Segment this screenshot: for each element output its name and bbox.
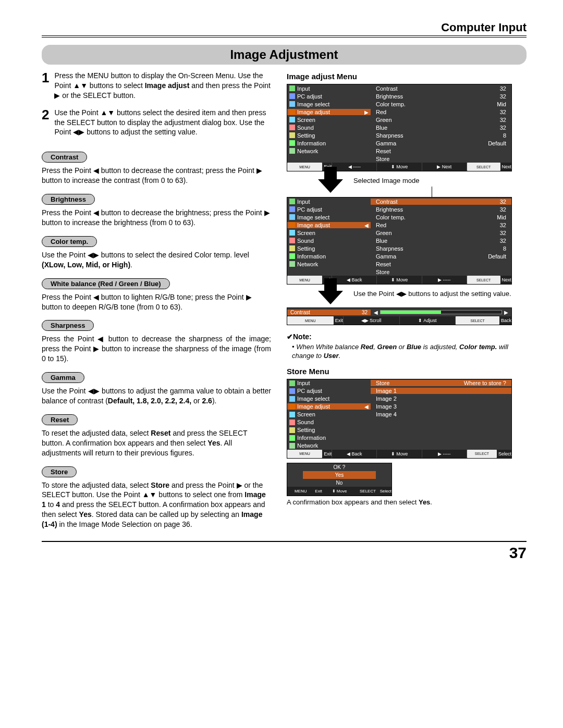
osd-row: Screen Green32 xyxy=(287,229,511,237)
osd-left-label: Sound xyxy=(297,419,314,425)
triangle-left-icon: ◀ xyxy=(364,404,369,410)
osd-right-item: Contrast32 xyxy=(371,199,511,205)
menu-icon xyxy=(289,396,295,402)
osd-row: Input Contrast32 xyxy=(287,84,511,92)
triangle-right-icon: ▶ xyxy=(504,310,508,315)
text-bold: User xyxy=(324,352,339,360)
menu-icon xyxy=(289,148,295,154)
osd-footer: MENU Exit◀ -----⬍ Move▶ NextSELECT Next xyxy=(287,163,511,171)
osd-right-item: Sharpness8 xyxy=(371,245,511,252)
pill-gamma: Gamma xyxy=(42,372,84,383)
osd-menu-store: Input StoreWhere to store ? PC adjust Im… xyxy=(287,379,512,459)
osd-right-item: Blue32 xyxy=(371,125,511,131)
osd-row: Store xyxy=(287,155,511,163)
slider-row: Contrast 32 ◀ ▶ xyxy=(287,308,511,316)
osd-left-item: Screen xyxy=(287,230,371,236)
arrow-down-icon xyxy=(318,291,343,304)
footer-item: ⬍ Move xyxy=(376,163,421,171)
menu-icon xyxy=(289,85,295,91)
osd-menu-1: Input Contrast32 PC adjust Brightness32 … xyxy=(287,84,512,171)
osd-right-item: Red32 xyxy=(371,109,511,115)
footer-item: MENU Exit xyxy=(287,316,343,325)
osd-left-label: Image select xyxy=(297,396,329,402)
osd-row: Setting Sharpness8 xyxy=(287,244,511,252)
osd-footer: MENU Exit◀ Back⬍ Move▶ -----SELECT Selec… xyxy=(287,450,511,458)
footer-item: MENU Exit xyxy=(287,487,322,496)
footer-item: SELECT Back xyxy=(455,316,511,325)
text: . xyxy=(130,261,132,269)
osd-row: Screen Green32 xyxy=(287,116,511,124)
osd-left-item: Image select xyxy=(287,101,371,107)
para-colortemp: Use the Point ◀▶ buttons to select the d… xyxy=(42,250,271,270)
step-1: 1 Press the MENU button to display the O… xyxy=(42,71,271,101)
osd-left-item: Information xyxy=(287,140,371,146)
footer-item: MENU Exit xyxy=(287,450,332,458)
osd-left-item: Network xyxy=(287,261,371,267)
text-bold: Yes xyxy=(419,498,430,506)
text: To store the adjusted data, select xyxy=(42,481,151,489)
text: A confirmation box appears and then sele… xyxy=(287,498,419,506)
osd-row: PC adjust Brightness32 xyxy=(287,92,511,100)
text-bold: Yes xyxy=(79,510,92,519)
text: To reset the adjusted data, select xyxy=(42,429,151,437)
footer-item: ⬍ Move xyxy=(322,487,357,496)
ok-footer: MENU Exit⬍ MoveSELECT Select xyxy=(287,487,391,496)
menu-icon xyxy=(289,230,295,236)
triangle-right-icon: ▶ xyxy=(364,109,369,115)
pill-reset: Reset xyxy=(42,414,78,425)
text-bold: Image adjust xyxy=(145,81,190,90)
osd-left-label: Image select xyxy=(297,101,329,107)
menu-icon xyxy=(289,245,295,251)
osd-left-item: PC adjust xyxy=(287,206,371,213)
pill-colortemp: Color temp. xyxy=(42,236,97,247)
osd-row: Image adjust ◀ Red32 xyxy=(287,221,511,229)
osd-right-item: Red32 xyxy=(371,222,511,228)
osd-left-label: Setting xyxy=(297,245,315,252)
section-title: Image Adjustment xyxy=(42,45,527,65)
pill-store: Store xyxy=(42,466,77,477)
text: or xyxy=(397,343,407,351)
menu-icon xyxy=(289,443,295,449)
osd-left-label: Screen xyxy=(297,117,315,123)
osd-left-label: Input xyxy=(297,380,310,386)
osd-row: PC adjust Image 1 xyxy=(287,387,511,395)
osd-right-item: Brightness32 xyxy=(371,93,511,100)
osd-left-item: PC adjust xyxy=(287,388,371,394)
osd-right-item: Store xyxy=(371,269,511,275)
confirm-caption: A confirmation box appears and then sele… xyxy=(287,498,527,506)
osd-right-item: Color temp.Mid xyxy=(371,214,511,220)
footer-item: ⬍ Move xyxy=(376,276,421,284)
osd-left-item: Information xyxy=(287,253,371,260)
osd-row: Image adjust ◀ Image 3 xyxy=(287,403,511,411)
para-brightness: Press the Point ◀ button to decrease the… xyxy=(42,208,271,228)
menu-icon xyxy=(289,435,295,441)
text: Contrast xyxy=(290,310,310,315)
para-contrast: Press the Point ◀ button to decrease the… xyxy=(42,166,271,186)
step-number: 2 xyxy=(42,108,49,138)
footer-item: SELECT Next xyxy=(467,163,511,171)
para-store: To store the adjusted data, select Store… xyxy=(42,480,271,529)
text: or xyxy=(191,397,202,405)
slider-bar xyxy=(380,310,502,314)
text: . Stored data can be called up by select… xyxy=(92,510,241,519)
osd-left-item: Screen xyxy=(287,117,371,123)
osd-left-label: Sound xyxy=(297,238,314,244)
text: Use the Point ◀▶ buttons to select the d… xyxy=(42,251,249,259)
osd-left-label: PC adjust xyxy=(297,93,322,100)
osd-right-item: Brightness32 xyxy=(371,206,511,213)
osd-row: Input StoreWhere to store ? xyxy=(287,379,511,387)
footer-item: SELECT Select xyxy=(467,450,511,458)
footer-item: ▶ ----- xyxy=(422,276,467,284)
osd-right-item: Reset xyxy=(371,148,511,154)
note-text: • When White balance Red, Green or Blue … xyxy=(292,343,527,361)
text-bold: Default, 1.8, 2.0, 2.2, 2.4, xyxy=(108,397,191,405)
menu-icon xyxy=(289,101,295,107)
footer-item: ⬍ Adjust xyxy=(399,316,456,325)
menu-icon xyxy=(289,269,295,275)
osd-right-item: Store xyxy=(371,156,511,162)
osd-left-item xyxy=(287,156,371,162)
text-bold: 2.6 xyxy=(202,397,212,405)
menu-icon xyxy=(289,380,295,386)
osd-left-label: Screen xyxy=(297,411,315,417)
osd-row: Information GammaDefault xyxy=(287,139,511,147)
